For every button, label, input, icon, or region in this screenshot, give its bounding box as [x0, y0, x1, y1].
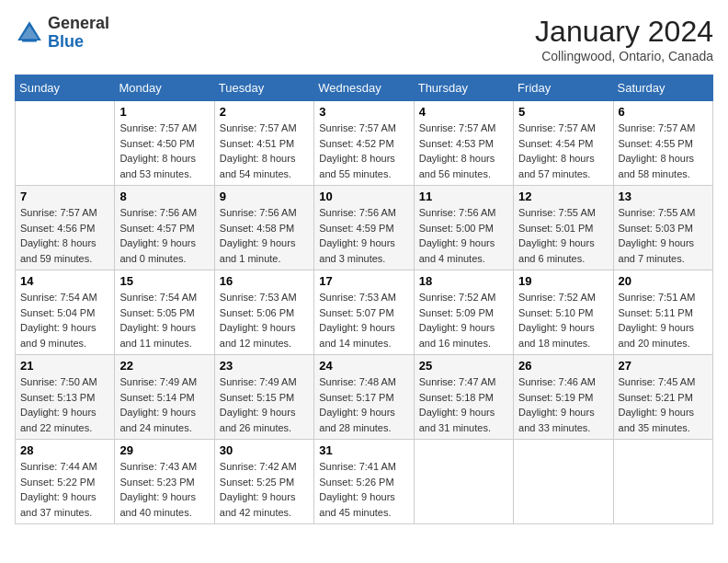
calendar-cell: 27Sunrise: 7:45 AM Sunset: 5:21 PM Dayli…: [613, 355, 712, 440]
calendar-cell: 16Sunrise: 7:53 AM Sunset: 5:06 PM Dayli…: [214, 270, 313, 355]
logo: General Blue: [15, 15, 109, 52]
day-info: Sunrise: 7:57 AM Sunset: 4:53 PM Dayligh…: [419, 121, 508, 181]
day-number: 29: [119, 443, 209, 457]
day-number: 9: [220, 190, 309, 203]
calendar-cell: [16, 101, 115, 186]
calendar-cell: 18Sunrise: 7:52 AM Sunset: 5:09 PM Dayli…: [414, 270, 513, 355]
day-info: Sunrise: 7:49 AM Sunset: 5:14 PM Dayligh…: [119, 374, 209, 435]
calendar-cell: 13Sunrise: 7:55 AM Sunset: 5:03 PM Dayli…: [613, 186, 712, 270]
day-info: Sunrise: 7:48 AM Sunset: 5:17 PM Dayligh…: [319, 374, 408, 435]
day-info: Sunrise: 7:53 AM Sunset: 5:07 PM Dayligh…: [319, 290, 408, 350]
day-info: Sunrise: 7:57 AM Sunset: 4:50 PM Dayligh…: [119, 121, 209, 181]
day-number: 13: [619, 190, 708, 203]
calendar-cell: 6Sunrise: 7:57 AM Sunset: 4:55 PM Daylig…: [613, 101, 712, 186]
calendar-cell: 28Sunrise: 7:44 AM Sunset: 5:22 PM Dayli…: [16, 440, 115, 524]
calendar-cell: [414, 440, 513, 524]
calendar-cell: 26Sunrise: 7:46 AM Sunset: 5:19 PM Dayli…: [514, 355, 613, 440]
day-number: 8: [119, 190, 209, 203]
day-number: 3: [319, 105, 408, 119]
day-info: Sunrise: 7:52 AM Sunset: 5:09 PM Dayligh…: [419, 290, 508, 350]
calendar-cell: 2Sunrise: 7:57 AM Sunset: 4:51 PM Daylig…: [214, 101, 313, 186]
day-number: 17: [319, 274, 408, 288]
day-info: Sunrise: 7:50 AM Sunset: 5:13 PM Dayligh…: [20, 374, 109, 435]
calendar-cell: 15Sunrise: 7:54 AM Sunset: 5:05 PM Dayli…: [115, 270, 214, 355]
day-number: 14: [20, 274, 109, 288]
header: General Blue January 2024 Collingwood, O…: [15, 15, 713, 63]
title-block: January 2024 Collingwood, Ontario, Canad…: [535, 15, 713, 63]
calendar-cell: [613, 440, 712, 524]
calendar-cell: 8Sunrise: 7:56 AM Sunset: 4:57 PM Daylig…: [115, 186, 214, 270]
calendar-cell: 7Sunrise: 7:57 AM Sunset: 4:56 PM Daylig…: [16, 186, 115, 270]
calendar-table: SundayMondayTuesdayWednesdayThursdayFrid…: [15, 75, 713, 524]
day-number: 15: [119, 274, 209, 288]
day-info: Sunrise: 7:53 AM Sunset: 5:06 PM Dayligh…: [220, 290, 309, 350]
day-info: Sunrise: 7:55 AM Sunset: 5:01 PM Dayligh…: [518, 205, 608, 266]
day-info: Sunrise: 7:54 AM Sunset: 5:05 PM Dayligh…: [119, 290, 209, 350]
day-number: 6: [619, 105, 708, 119]
day-number: 20: [619, 274, 708, 288]
day-info: Sunrise: 7:54 AM Sunset: 5:04 PM Dayligh…: [20, 290, 109, 350]
day-number: 5: [518, 105, 608, 119]
day-info: Sunrise: 7:47 AM Sunset: 5:18 PM Dayligh…: [419, 374, 508, 435]
day-info: Sunrise: 7:52 AM Sunset: 5:10 PM Dayligh…: [518, 290, 608, 350]
calendar-cell: 12Sunrise: 7:55 AM Sunset: 5:01 PM Dayli…: [514, 186, 613, 270]
calendar-cell: 22Sunrise: 7:49 AM Sunset: 5:14 PM Dayli…: [115, 355, 214, 440]
logo-icon: [15, 18, 44, 48]
day-info: Sunrise: 7:49 AM Sunset: 5:15 PM Dayligh…: [220, 374, 309, 435]
calendar-cell: 11Sunrise: 7:56 AM Sunset: 5:00 PM Dayli…: [414, 186, 513, 270]
day-number: 1: [119, 105, 209, 119]
calendar-cell: [514, 440, 613, 524]
calendar-cell: 17Sunrise: 7:53 AM Sunset: 5:07 PM Dayli…: [314, 270, 414, 355]
day-number: 30: [220, 443, 309, 457]
day-info: Sunrise: 7:43 AM Sunset: 5:23 PM Dayligh…: [119, 459, 209, 520]
day-number: 2: [220, 105, 309, 119]
day-number: 10: [319, 190, 408, 203]
day-info: Sunrise: 7:56 AM Sunset: 4:59 PM Dayligh…: [319, 205, 408, 266]
month-title: January 2024: [535, 15, 713, 49]
day-number: 28: [20, 443, 109, 457]
day-number: 26: [518, 359, 608, 373]
week-row-3: 14Sunrise: 7:54 AM Sunset: 5:04 PM Dayli…: [16, 270, 713, 355]
day-info: Sunrise: 7:51 AM Sunset: 5:11 PM Dayligh…: [619, 290, 708, 350]
day-number: 23: [220, 359, 309, 373]
day-info: Sunrise: 7:56 AM Sunset: 4:58 PM Dayligh…: [220, 205, 309, 266]
weekday-header-saturday: Saturday: [613, 75, 712, 101]
calendar-cell: 19Sunrise: 7:52 AM Sunset: 5:10 PM Dayli…: [514, 270, 613, 355]
weekday-header-row: SundayMondayTuesdayWednesdayThursdayFrid…: [16, 75, 713, 101]
weekday-header-monday: Monday: [115, 75, 214, 101]
calendar-cell: 29Sunrise: 7:43 AM Sunset: 5:23 PM Dayli…: [115, 440, 214, 524]
calendar-cell: 21Sunrise: 7:50 AM Sunset: 5:13 PM Dayli…: [16, 355, 115, 440]
day-info: Sunrise: 7:46 AM Sunset: 5:19 PM Dayligh…: [518, 374, 608, 435]
day-info: Sunrise: 7:57 AM Sunset: 4:54 PM Dayligh…: [518, 121, 608, 181]
calendar-cell: 23Sunrise: 7:49 AM Sunset: 5:15 PM Dayli…: [214, 355, 313, 440]
day-number: 4: [419, 105, 508, 119]
week-row-4: 21Sunrise: 7:50 AM Sunset: 5:13 PM Dayli…: [16, 355, 713, 440]
calendar-cell: 5Sunrise: 7:57 AM Sunset: 4:54 PM Daylig…: [514, 101, 613, 186]
day-number: 22: [119, 359, 209, 373]
day-info: Sunrise: 7:57 AM Sunset: 4:51 PM Dayligh…: [220, 121, 309, 181]
day-number: 31: [319, 443, 408, 457]
day-info: Sunrise: 7:57 AM Sunset: 4:55 PM Dayligh…: [619, 121, 708, 181]
weekday-header-sunday: Sunday: [16, 75, 115, 101]
day-number: 27: [619, 359, 708, 373]
location: Collingwood, Ontario, Canada: [535, 49, 713, 63]
weekday-header-wednesday: Wednesday: [314, 75, 414, 101]
logo-text: General Blue: [48, 15, 109, 52]
day-info: Sunrise: 7:45 AM Sunset: 5:21 PM Dayligh…: [619, 374, 708, 435]
day-number: 21: [20, 359, 109, 373]
day-info: Sunrise: 7:56 AM Sunset: 5:00 PM Dayligh…: [419, 205, 508, 266]
calendar-cell: 24Sunrise: 7:48 AM Sunset: 5:17 PM Dayli…: [314, 355, 414, 440]
calendar-cell: 14Sunrise: 7:54 AM Sunset: 5:04 PM Dayli…: [16, 270, 115, 355]
calendar-cell: 1Sunrise: 7:57 AM Sunset: 4:50 PM Daylig…: [115, 101, 214, 186]
calendar-cell: 10Sunrise: 7:56 AM Sunset: 4:59 PM Dayli…: [314, 186, 414, 270]
day-number: 19: [518, 274, 608, 288]
calendar-cell: 4Sunrise: 7:57 AM Sunset: 4:53 PM Daylig…: [414, 101, 513, 186]
day-info: Sunrise: 7:56 AM Sunset: 4:57 PM Dayligh…: [119, 205, 209, 266]
day-info: Sunrise: 7:42 AM Sunset: 5:25 PM Dayligh…: [220, 459, 309, 520]
day-number: 11: [419, 190, 508, 203]
day-number: 16: [220, 274, 309, 288]
week-row-5: 28Sunrise: 7:44 AM Sunset: 5:22 PM Dayli…: [16, 440, 713, 524]
week-row-2: 7Sunrise: 7:57 AM Sunset: 4:56 PM Daylig…: [16, 186, 713, 270]
day-info: Sunrise: 7:57 AM Sunset: 4:56 PM Dayligh…: [20, 205, 109, 266]
day-info: Sunrise: 7:55 AM Sunset: 5:03 PM Dayligh…: [619, 205, 708, 266]
